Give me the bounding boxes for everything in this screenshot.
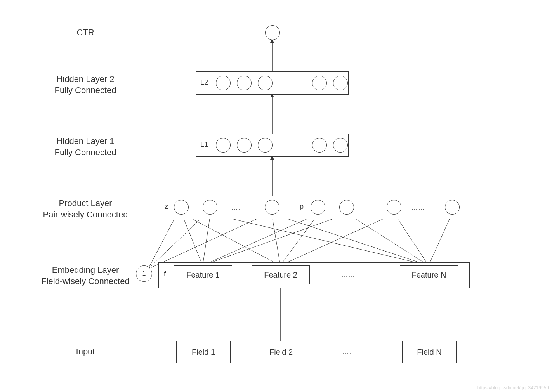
- h2-node: [258, 76, 273, 90]
- field-box-1: Field 1: [176, 341, 231, 363]
- svg-line-10: [203, 214, 347, 265]
- bias-node: 1: [136, 265, 152, 282]
- svg-line-18: [394, 214, 429, 265]
- product-z-node: [174, 200, 189, 215]
- h2-node: [216, 76, 231, 90]
- svg-line-6: [151, 214, 268, 268]
- input-ellipsis: ……: [342, 349, 356, 356]
- svg-line-17: [347, 214, 429, 265]
- h1-node: [237, 138, 252, 153]
- h2-box-label: L2: [200, 78, 208, 87]
- feature-label: Feature 1: [186, 271, 220, 279]
- svg-line-12: [272, 214, 280, 265]
- product-z-node: [265, 200, 279, 215]
- product-p-node: [387, 200, 401, 215]
- product-ellipsis-right: ……: [411, 204, 425, 211]
- row-label-product: Product Layer Pair-wisely Connected: [27, 198, 144, 220]
- feature-label: Feature N: [412, 271, 446, 279]
- row-label-input: Input: [54, 346, 116, 357]
- feature-label: Feature 2: [264, 271, 297, 279]
- embedding-ellipsis: ……: [342, 272, 355, 279]
- field-label: Field 2: [269, 348, 293, 357]
- ctr-node: [265, 25, 280, 40]
- svg-line-5: [149, 214, 206, 268]
- field-label: Field N: [417, 348, 441, 357]
- h2-node: [333, 76, 348, 90]
- h2-ellipsis: ……: [279, 80, 293, 87]
- product-ellipsis-left: ……: [231, 204, 245, 211]
- watermark: https://blog.csdn.net/qq_34219959: [477, 385, 549, 390]
- row-label-ctr: CTR: [62, 27, 109, 38]
- feature-box-n: Feature N: [400, 265, 458, 284]
- h1-node: [216, 138, 231, 153]
- feature-box-2: Feature 2: [252, 265, 310, 284]
- h2-node: [312, 76, 327, 90]
- product-p-node: [339, 200, 354, 215]
- row-label-h2: Hidden Layer 2 Fully Connected: [39, 74, 132, 96]
- field-box-n: Field N: [402, 341, 457, 363]
- h1-ellipsis: ……: [279, 142, 293, 149]
- svg-line-9: [203, 214, 318, 265]
- svg-line-14: [280, 214, 394, 265]
- svg-line-7: [182, 214, 203, 265]
- product-p-node: [311, 200, 325, 215]
- row-label-h1: Hidden Layer 1 Fully Connected: [39, 136, 132, 158]
- svg-line-4: [149, 214, 177, 268]
- field-box-2: Field 2: [254, 341, 308, 363]
- product-z-node: [203, 200, 217, 215]
- svg-line-13: [280, 214, 318, 265]
- h1-node: [312, 138, 327, 153]
- svg-line-16: [273, 214, 429, 265]
- h1-node: [258, 138, 273, 153]
- feature-box-1: Feature 1: [174, 265, 232, 284]
- product-p-label: p: [300, 203, 304, 211]
- embedding-f-label: f: [164, 270, 166, 278]
- product-p-node: [445, 200, 460, 215]
- bias-label: 1: [142, 270, 146, 277]
- svg-line-11: [182, 214, 280, 265]
- product-z-label: z: [165, 203, 168, 211]
- svg-line-15: [211, 214, 429, 265]
- diagram-canvas: CTR Hidden Layer 2 Fully Connected Hidde…: [0, 0, 552, 392]
- h2-node: [237, 76, 252, 90]
- row-label-embedding: Embedding Layer Field-wisely Connected: [27, 265, 144, 287]
- svg-line-8: [203, 214, 210, 265]
- h1-node: [333, 138, 348, 153]
- field-label: Field 1: [192, 348, 215, 357]
- svg-line-19: [429, 214, 452, 265]
- h1-box-label: L1: [200, 140, 208, 149]
